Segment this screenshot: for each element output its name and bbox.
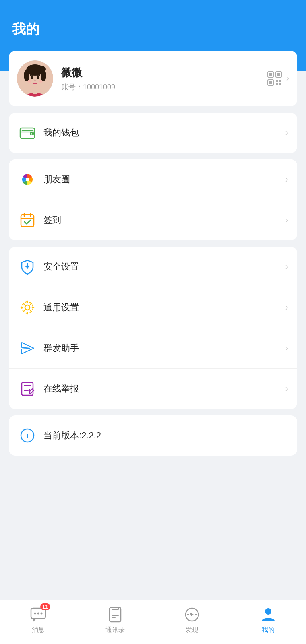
broadcast-label: 群发助手 [43,342,285,354]
svg-rect-43 [112,607,118,610]
report-icon-wrap [18,379,37,398]
security-item[interactable]: 安全设置 › [9,247,297,287]
moments-icon [19,171,36,188]
report-label: 在线举报 [43,383,285,395]
moments-checkin-card: 朋友圈 › 签到 › [9,159,297,240]
wallet-icon: ¥ [19,124,36,142]
svg-point-39 [34,613,36,615]
moments-chevron: › [285,174,288,185]
svg-point-32 [27,263,28,264]
nav-messages-label: 消息 [32,626,45,634]
svg-point-41 [40,613,42,615]
svg-point-9 [31,76,33,79]
profile-qr-area[interactable]: › [267,71,289,86]
security-icon-wrap [18,257,37,277]
checkin-label: 签到 [43,214,285,226]
settings-card: 安全设置 › 通用设置 › [9,247,297,409]
svg-text:i: i [26,431,28,440]
general-chevron: › [285,302,288,313]
moments-label: 朋友圈 [43,173,285,186]
security-chevron: › [285,262,288,272]
main-content: 微微 账号：10001009 [0,51,306,510]
profile-info: 微微 账号：10001009 [61,66,267,92]
svg-point-10 [37,76,39,79]
info-icon: i [19,427,36,444]
moments-item[interactable]: 朋友圈 › [9,159,297,200]
person-icon [259,606,277,623]
report-chevron: › [285,384,288,394]
profile-name: 微微 [61,66,267,80]
svg-rect-23 [279,83,281,85]
broadcast-icon-wrap [18,339,37,358]
version-item: i 当前版本:2.2.2 [9,415,297,456]
report-item[interactable]: 在线举报 › [9,369,297,409]
svg-point-11 [34,80,36,81]
profile-card[interactable]: 微微 账号：10001009 [9,51,297,106]
wallet-label: 我的钱包 [43,127,285,139]
svg-point-13 [39,80,43,83]
svg-rect-21 [279,80,281,82]
svg-text:¥: ¥ [31,132,33,136]
qr-icon [267,71,282,86]
checkin-icon [19,211,36,229]
wallet-card: ¥ 我的钱包 › [9,113,297,153]
svg-point-6 [24,70,29,81]
svg-point-12 [27,80,31,83]
broadcast-icon [19,339,36,357]
wallet-item[interactable]: ¥ 我的钱包 › [9,113,297,153]
general-label: 通用设置 [43,301,285,314]
wallet-chevron: › [285,128,288,138]
compass-icon [183,606,201,623]
contacts-icon [106,606,124,623]
messages-badge: 11 [40,603,50,610]
svg-point-29 [26,178,29,181]
nav-messages[interactable]: 11 消息 [29,606,47,634]
svg-point-40 [37,613,39,615]
security-label: 安全设置 [43,261,285,273]
profile-chevron: › [286,73,289,84]
profile-account: 账号：10001009 [61,82,267,92]
svg-rect-15 [269,73,272,76]
page-title: 我的 [12,20,294,39]
checkin-item[interactable]: 签到 › [9,200,297,240]
checkin-icon-wrap [18,211,37,230]
general-icon-wrap [18,298,37,317]
moments-icon-wrap [18,170,37,189]
checkin-chevron: › [285,215,288,225]
avatar [17,60,53,97]
general-icon [19,299,36,316]
broadcast-chevron: › [285,343,288,353]
nav-discover-label: 发现 [186,626,198,634]
general-item[interactable]: 通用设置 › [9,287,297,328]
version-label: 当前版本:2.2.2 [43,429,288,442]
bottom-navigation: 11 消息 通讯录 发现 [0,600,306,644]
report-icon [19,380,36,398]
svg-point-45 [265,608,271,615]
security-icon [19,258,36,276]
nav-discover[interactable]: 发现 [183,606,201,634]
svg-rect-20 [276,80,278,82]
nav-contacts[interactable]: 通讯录 [105,606,125,634]
svg-rect-19 [269,81,272,84]
svg-point-33 [25,305,30,310]
svg-rect-30 [21,215,34,227]
svg-rect-17 [277,73,280,76]
svg-point-8 [38,66,46,72]
version-card: i 当前版本:2.2.2 [9,415,297,456]
svg-rect-22 [276,83,278,85]
broadcast-item[interactable]: 群发助手 › [9,328,297,369]
nav-mine-label: 我的 [262,626,275,634]
info-icon-wrap: i [18,426,37,445]
wallet-icon-wrap: ¥ [18,123,37,142]
nav-contacts-label: 通讯录 [105,626,125,634]
nav-mine[interactable]: 我的 [259,606,277,634]
